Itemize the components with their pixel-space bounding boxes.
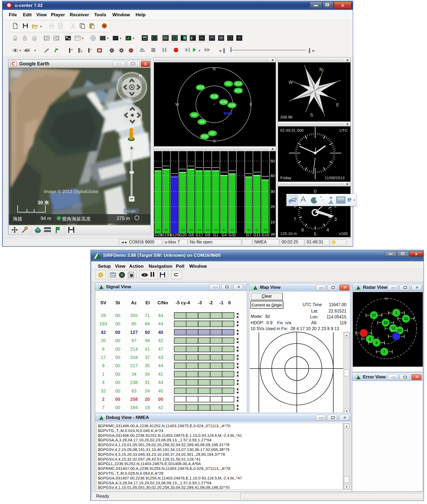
svg-text:50: 50 — [270, 159, 275, 163]
svg-text:N: N — [385, 297, 388, 301]
svg-text:8: 8 — [102, 347, 104, 352]
svg-text:-2: -2 — [209, 300, 213, 305]
svg-text:32: 32 — [404, 317, 408, 321]
svg-text:4: 4 — [102, 380, 104, 385]
svg-text:00: 00 — [115, 363, 120, 368]
svg-text:C/No: C/No — [157, 300, 168, 305]
svg-text:S: S — [213, 139, 216, 143]
svg-text:71: 71 — [145, 313, 150, 318]
svg-text:7: 7 — [102, 405, 104, 410]
svg-text:01:49:31.000: 01:49:31.000 — [280, 128, 304, 133]
svg-text:47: 47 — [158, 347, 163, 352]
svg-text:0: 0 — [314, 189, 316, 194]
svg-text:G17: G17 — [196, 233, 203, 237]
svg-text:2: 2 — [102, 397, 104, 402]
svg-text:63: 63 — [132, 389, 137, 394]
svg-text:20: 20 — [101, 338, 106, 343]
svg-text:G8: G8 — [188, 233, 194, 237]
svg-text:W: W — [289, 80, 293, 85]
svg-text:214: 214 — [130, 347, 138, 352]
svg-text:00: 00 — [115, 313, 120, 318]
svg-text:44: 44 — [197, 228, 201, 232]
svg-text:G32: G32 — [235, 89, 242, 93]
svg-text:G9: G9 — [205, 233, 210, 237]
svg-text:30: 30 — [270, 189, 275, 194]
svg-text:00: 00 — [115, 347, 120, 352]
svg-text:28: 28 — [383, 321, 388, 325]
svg-text:S125: S125 — [224, 111, 232, 115]
svg-text:44: 44 — [158, 321, 163, 326]
svg-text:G4: G4 — [222, 233, 227, 237]
svg-text:S: S — [310, 113, 313, 117]
svg-text:31: 31 — [145, 380, 150, 385]
svg-text:97: 97 — [132, 338, 137, 343]
svg-text:G11: G11 — [235, 82, 241, 86]
svg-text:00: 00 — [115, 372, 120, 377]
svg-text:44: 44 — [214, 228, 218, 232]
svg-text:6: 6 — [301, 227, 304, 233]
svg-text:44: 44 — [158, 363, 163, 368]
svg-text:45: 45 — [189, 228, 193, 232]
svg-text:00: 00 — [115, 405, 120, 410]
svg-text:193: 193 — [100, 321, 107, 326]
svg-text:50: 50 — [145, 330, 150, 335]
svg-text:41: 41 — [222, 228, 226, 232]
svg-text:43: 43 — [158, 355, 163, 360]
svg-text:20: 20 — [270, 204, 275, 209]
svg-text:SV: SV — [100, 300, 106, 305]
svg-text:258: 258 — [130, 397, 138, 402]
svg-text:N: N — [213, 67, 216, 71]
svg-text:4: 4 — [369, 337, 371, 341]
svg-text:338.96: 338.96 — [280, 115, 292, 119]
svg-text:UTC: UTC — [339, 128, 348, 133]
svg-text:38: 38 — [263, 228, 267, 232]
svg-text:00: 00 — [115, 321, 120, 326]
svg-text:G28: G28 — [211, 95, 218, 98]
svg-text:17: 17 — [101, 355, 106, 360]
svg-text:35: 35 — [145, 363, 150, 368]
svg-text:48: 48 — [145, 338, 150, 343]
svg-text:E: E — [250, 102, 252, 106]
svg-text:H: H — [71, 48, 73, 51]
svg-text:127: 127 — [130, 330, 138, 335]
svg-text:40: 40 — [270, 173, 275, 178]
svg-text:S125: S125 — [170, 233, 179, 237]
svg-text:5: 5 — [314, 231, 316, 237]
svg-text:Google: Google — [125, 209, 136, 213]
svg-text:Az: Az — [131, 300, 137, 305]
svg-text:318: 318 — [130, 355, 138, 360]
svg-text:E: E — [336, 103, 339, 107]
svg-text:W: W — [80, 50, 83, 53]
svg-text:-3: -3 — [198, 300, 202, 305]
svg-text:45: 45 — [164, 228, 168, 232]
svg-text:-5 cy-4: -5 cy-4 — [176, 300, 190, 305]
svg-text:00: 00 — [158, 397, 163, 402]
svg-text:20: 20 — [397, 328, 402, 333]
svg-text:184: 184 — [130, 405, 138, 410]
svg-text:dB: dB — [271, 232, 275, 236]
svg-text:9: 9 — [102, 363, 104, 368]
svg-text:42: 42 — [230, 228, 234, 232]
svg-text:41: 41 — [158, 372, 163, 377]
svg-text:Image © 2013 DigitalGlobe: Image © 2013 DigitalGlobe — [44, 189, 98, 194]
svg-text:85: 85 — [132, 321, 137, 326]
svg-text:28: 28 — [101, 313, 106, 318]
svg-text:41: 41 — [145, 347, 150, 352]
svg-text:44: 44 — [158, 313, 163, 318]
svg-text:4: 4 — [326, 227, 329, 233]
svg-text:N: N — [319, 67, 323, 72]
svg-text:W: W — [175, 102, 179, 106]
svg-text:43: 43 — [181, 228, 185, 232]
svg-text:11/08/2013: 11/08/2013 — [325, 175, 345, 180]
svg-text:42: 42 — [101, 330, 106, 335]
svg-text:G1: G1 — [226, 82, 231, 86]
svg-text:1: 1 — [102, 372, 104, 377]
svg-text:G7: G7 — [210, 131, 215, 135]
svg-text:34: 34 — [145, 372, 150, 377]
svg-text:N: N — [139, 73, 142, 78]
svg-text:G13: G13 — [197, 86, 204, 89]
svg-text:1: 1 — [395, 311, 397, 315]
svg-text:217: 217 — [130, 363, 138, 368]
svg-text:8: 8 — [375, 341, 378, 345]
svg-text:41: 41 — [255, 228, 259, 232]
